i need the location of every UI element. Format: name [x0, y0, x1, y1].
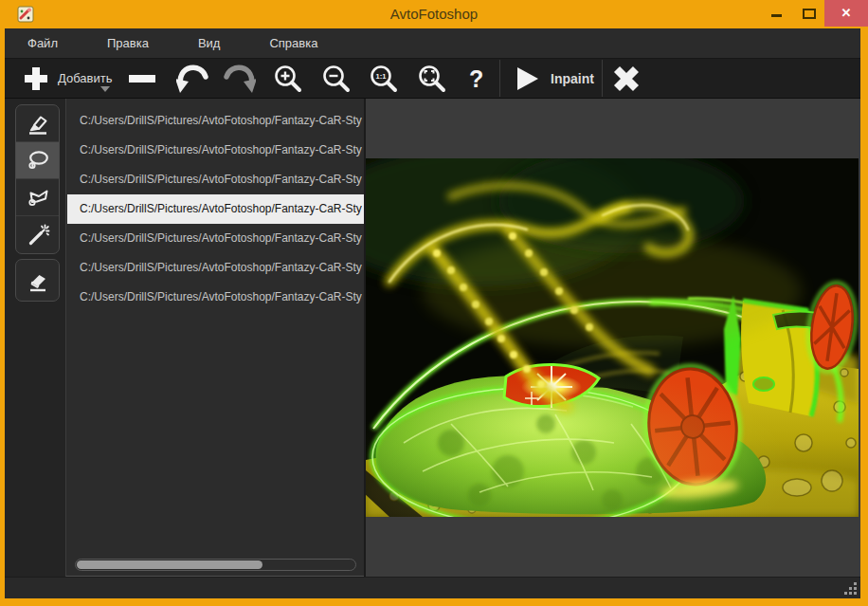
zoom-actual-icon: 1:1 — [369, 64, 399, 94]
statusbar — [5, 577, 860, 598]
marker-tool-button[interactable] — [16, 105, 59, 142]
tool-sidebar — [5, 99, 65, 577]
list-item[interactable]: C:/Users/DrillS/Pictures/AvtoFotoshop/Fa… — [67, 106, 364, 136]
minimize-button[interactable] — [764, 0, 788, 27]
remove-icon — [127, 64, 157, 93]
clear-icon — [612, 64, 641, 93]
add-button-label: Добавить — [58, 71, 112, 85]
window-title: AvtoFotoshop — [0, 0, 868, 28]
zoom-in-icon — [273, 64, 303, 94]
app-window: AvtoFotoshop ✕ Файл Правка Вид Справка Д… — [0, 0, 868, 606]
inpaint-button[interactable]: Inpaint — [516, 66, 594, 91]
polygon-lasso-icon — [26, 185, 50, 210]
menu-edit[interactable]: Правка — [98, 28, 158, 58]
lasso-icon — [26, 148, 50, 173]
minimize-icon — [771, 14, 782, 17]
zoom-in-button[interactable] — [273, 64, 303, 94]
zoom-actual-button[interactable]: 1:1 — [369, 64, 399, 94]
menu-view[interactable]: Вид — [189, 28, 230, 58]
resize-grip-icon[interactable] — [844, 582, 858, 596]
inpaint-button-label: Inpaint — [551, 71, 594, 86]
menu-file[interactable]: Файл — [18, 28, 67, 58]
menubar: Файл Правка Вид Справка — [5, 28, 860, 59]
list-item[interactable]: C:/Users/DrillS/Pictures/AvtoFotoshop/Fa… — [67, 136, 364, 165]
titlebar[interactable]: AvtoFotoshop ✕ — [0, 0, 868, 28]
eraser-icon — [26, 268, 50, 293]
polygon-lasso-tool-button[interactable] — [16, 179, 59, 216]
help-button[interactable]: ? — [469, 66, 483, 90]
magic-wand-tool-button[interactable] — [16, 216, 59, 253]
undo-button[interactable] — [176, 63, 208, 95]
add-dropdown-caret-icon[interactable] — [100, 86, 110, 92]
file-list-panel: C:/Users/DrillS/Pictures/AvtoFotoshop/Fa… — [65, 99, 364, 577]
redo-icon — [224, 63, 256, 95]
list-item[interactable]: C:/Users/DrillS/Pictures/AvtoFotoshop/Fa… — [67, 283, 364, 312]
remove-button[interactable] — [127, 64, 157, 93]
redo-button[interactable] — [224, 63, 256, 95]
list-item[interactable]: C:/Users/DrillS/Pictures/AvtoFotoshop/Fa… — [67, 194, 364, 224]
close-button[interactable]: ✕ — [824, 0, 868, 27]
toolbar: Добавить — [5, 59, 860, 99]
add-icon — [22, 64, 50, 93]
clear-button[interactable] — [612, 64, 641, 93]
svg-text:1:1: 1:1 — [376, 72, 387, 81]
maximize-icon — [803, 9, 816, 19]
inpaint-canvas-image[interactable] — [366, 158, 859, 517]
list-item[interactable]: C:/Users/DrillS/Pictures/AvtoFotoshop/Fa… — [67, 224, 364, 253]
zoom-out-icon — [321, 64, 352, 94]
toolbar-separator — [499, 60, 500, 97]
zoom-fit-icon — [417, 64, 447, 94]
magic-wand-icon — [26, 223, 50, 248]
menu-help[interactable]: Справка — [260, 28, 327, 58]
scrollbar-thumb[interactable] — [77, 560, 262, 569]
zoom-fit-button[interactable] — [417, 64, 447, 94]
selection-tool-group — [15, 104, 60, 254]
toolbar-separator — [602, 60, 603, 97]
list-item[interactable]: C:/Users/DrillS/Pictures/AvtoFotoshop/Fa… — [67, 253, 364, 283]
zoom-out-button[interactable] — [321, 64, 352, 94]
help-icon: ? — [469, 66, 483, 90]
lasso-tool-button[interactable] — [16, 142, 59, 179]
play-icon — [516, 66, 539, 91]
list-item[interactable]: C:/Users/DrillS/Pictures/AvtoFotoshop/Fa… — [67, 165, 364, 194]
maximize-button[interactable] — [797, 0, 822, 27]
add-button[interactable]: Добавить — [22, 64, 112, 93]
horizontal-scrollbar[interactable] — [75, 559, 356, 571]
canvas-panel — [366, 99, 860, 577]
undo-icon — [176, 63, 208, 95]
eraser-tool-button[interactable] — [15, 259, 60, 302]
file-list-rows: C:/Users/DrillS/Pictures/AvtoFotoshop/Fa… — [67, 106, 364, 312]
marker-pen-icon — [26, 111, 50, 136]
